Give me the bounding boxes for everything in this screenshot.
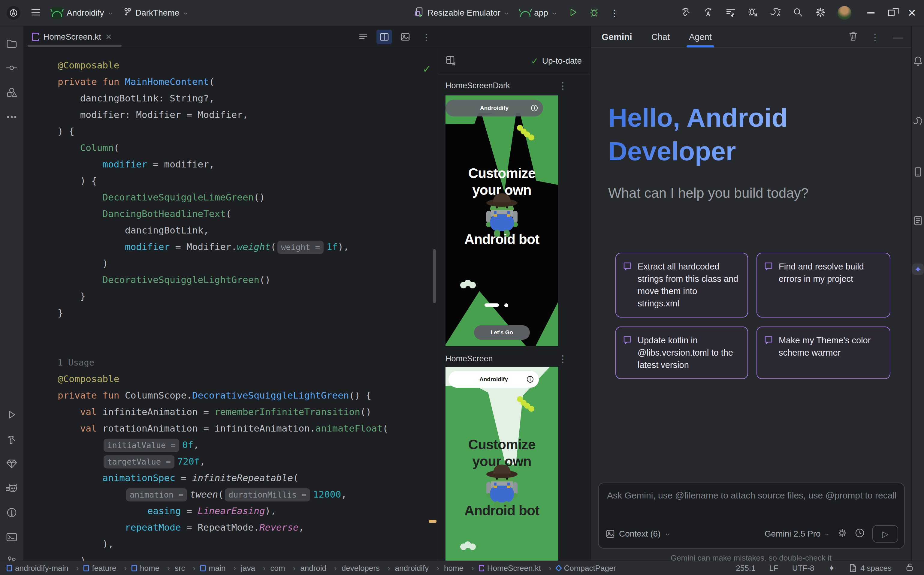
phone-headline-1: Customize [445,436,558,453]
editor-scrollbar[interactable] [433,249,436,303]
history-clock-icon[interactable] [855,528,865,540]
gemini-minimize-icon[interactable]: — [893,31,903,43]
search-icon[interactable] [792,7,803,19]
info-icon[interactable]: i [531,105,538,111]
code-editor[interactable]: @Composableprivate fun MainHomeContent( … [24,48,438,561]
gemini-sparkle-icon[interactable]: ✦ [828,563,835,573]
profiler-icon[interactable] [725,7,736,19]
lets-go-button[interactable]: Let's Go [474,325,530,340]
preview-menu-icon[interactable]: ⋮ [558,354,567,364]
app-insights-gem-icon[interactable] [5,457,18,470]
branch-selector[interactable]: DarkTheme ⌄ [123,7,189,19]
breadcrumb-item[interactable]: HomeScreen.kt [479,564,556,573]
indent-setting[interactable]: 4 spaces [849,564,892,573]
terminal-icon[interactable] [5,531,18,544]
minimize-icon[interactable] [867,12,875,14]
breadcrumb-item[interactable]: java [241,564,270,573]
gemini-star-icon[interactable]: ✦ [912,264,924,275]
tab-agent[interactable]: Agent [689,26,712,48]
phone-headline-3: Android bot [445,231,558,247]
debug-bug-icon[interactable] [589,7,599,19]
gemini-settings-gear-icon[interactable] [838,528,847,540]
menu-hamburger-icon[interactable] [30,8,41,18]
model-label: Gemini 2.5 Pro [765,529,821,539]
context-selector[interactable]: Context (6) ⌄ [606,529,670,539]
gemini-title: Gemini [601,32,632,42]
suggestion-card[interactable]: Extract all hardcoded strings from this … [615,253,748,318]
tab-close-icon[interactable]: ✕ [105,32,112,42]
preview-phone-light[interactable]: Androidify i Customize your own Android … [445,367,558,561]
chevron-down-icon: ⌄ [552,10,557,16]
breadcrumb-item[interactable]: androidify-main [6,564,83,573]
gradle-elephant-icon[interactable] [912,115,924,127]
info-icon[interactable]: i [527,376,533,383]
split-view-button[interactable] [377,30,392,44]
device-explorer-icon[interactable] [912,166,924,178]
caret-position[interactable]: 255:1 [736,564,755,573]
line-ending[interactable]: LF [769,564,778,573]
changed-line-marker [429,520,436,523]
build-hammer-icon[interactable] [681,7,692,19]
gemini-overflow-icon[interactable]: ⋮ [871,32,879,42]
inspections-ok-check-icon[interactable]: ✓ [423,63,431,75]
delete-conversation-icon[interactable] [849,32,857,42]
tab-chat[interactable]: Chat [651,26,670,48]
run-play-icon[interactable] [568,7,578,19]
breadcrumb-item[interactable]: main [200,564,241,573]
design-view-button[interactable] [398,30,413,44]
chevron-down-icon: ⌄ [665,531,670,537]
editor-overflow-icon[interactable]: ⋮ [418,30,434,44]
attach-debugger-icon[interactable] [747,7,758,19]
breadcrumb-item[interactable]: com [270,564,301,573]
commit-icon[interactable] [5,61,18,75]
breadcrumb-item[interactable]: src [175,564,200,573]
logcat-cat-icon[interactable] [5,482,18,495]
breadcrumb-item[interactable]: home [444,564,479,573]
close-icon[interactable]: ✕ [908,8,916,18]
send-button[interactable]: ▷ [872,525,898,543]
run-config-selector[interactable]: app ⌄ [520,8,557,18]
assistant-icon[interactable] [912,215,924,226]
project-selector[interactable]: Androidify ⌄ [51,7,113,19]
breadcrumb-item[interactable]: home [132,564,175,573]
tab-homescreen-kt[interactable]: HomeScreen.kt ✕ [24,26,119,48]
code-view-button[interactable] [355,30,371,44]
chat-bubble-icon [623,335,632,348]
pager-indicator-dash [485,303,499,307]
maximize-icon[interactable] [888,10,895,16]
unlock-icon[interactable] [905,563,914,574]
encoding[interactable]: UTF-8 [792,564,814,573]
breadcrumb-item[interactable]: android [300,564,341,573]
code-content[interactable]: @Composableprivate fun MainHomeContent( … [58,57,388,561]
more-tools-icon[interactable] [5,110,18,124]
user-avatar[interactable] [838,6,851,20]
suggestion-card[interactable]: Update kotlin in @libs.version.toml to t… [615,327,748,379]
breadcrumb-label: com [270,564,285,573]
gemini-subtitle: What can I help you build today? [608,185,808,201]
preview-phone-dark[interactable]: Androidify i Customize your own Android … [445,95,558,346]
gradle-sync-icon[interactable] [770,7,781,19]
settings-gear-icon[interactable] [815,6,826,19]
resource-manager-icon[interactable] [5,86,18,99]
breadcrumb-item[interactable]: androidify [395,564,444,573]
preview-layout-icon[interactable] [445,55,456,67]
notifications-bell-icon[interactable] [912,55,924,67]
sync-project-icon[interactable] [703,7,714,19]
breadcrumb-item[interactable]: developers [342,564,395,573]
suggestion-card[interactable]: Find and resolve build errors in my proj… [757,253,891,318]
model-selector[interactable]: Gemini 2.5 Pro ⌄ [765,529,830,539]
problems-icon[interactable] [5,506,18,519]
breadcrumb-item[interactable]: feature [83,564,132,573]
run-icon[interactable] [5,408,18,421]
breadcrumb-icon [479,565,484,572]
overflow-icon[interactable]: ⋮ [610,8,620,18]
gemini-input-box[interactable]: Ask Gemini, use @filename to attach sour… [598,483,905,549]
suggestion-card[interactable]: Make my Theme's color scheme warmer [757,327,891,379]
breadcrumb-item[interactable]: CompactPager [556,564,616,573]
device-selector[interactable]: Resizable Emulator ⌄ [414,6,509,19]
preview-menu-icon[interactable]: ⋮ [558,80,567,91]
breadcrumb-icon [132,565,137,572]
build-hammer-icon[interactable] [5,434,18,446]
project-folder-icon[interactable] [5,37,18,51]
tab-scrollbar[interactable] [28,45,122,47]
